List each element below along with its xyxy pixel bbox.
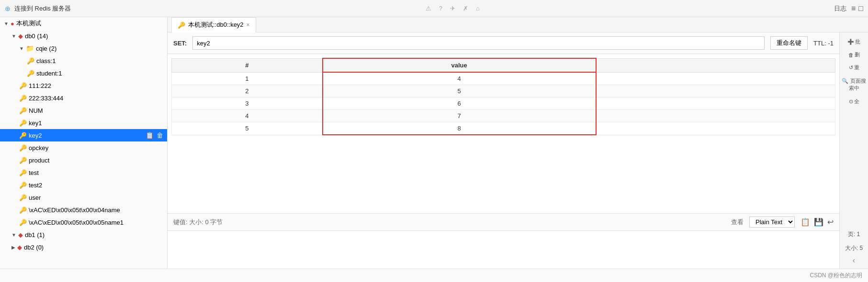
footer-icons: 📋 💾 ↩ bbox=[800, 217, 834, 227]
sidebar-item-label: key2 bbox=[29, 132, 142, 139]
sidebar-item-student1[interactable]: 🔑 student:1 bbox=[0, 67, 167, 79]
key-icon: 🔑 bbox=[19, 219, 27, 226]
sidebar-item-xac1[interactable]: 🔑 \xAC\xED\x00\x05t\x00\x04name bbox=[0, 204, 167, 216]
table-row[interactable]: 14 bbox=[172, 72, 835, 85]
col-header-index: # bbox=[172, 58, 323, 72]
sidebar-item-label: user bbox=[29, 194, 163, 201]
key-icon: 🔑 bbox=[19, 206, 27, 214]
sidebar-item-test2[interactable]: 🔑 test2 bbox=[0, 179, 167, 191]
key-icon: 🔑 bbox=[19, 95, 27, 102]
cell-index: 4 bbox=[172, 110, 323, 122]
data-table: # value 1425364758 bbox=[171, 58, 835, 135]
arrow-icon: ▶ bbox=[11, 245, 15, 250]
value-footer: 键值: 大小: 0 字节 查看 Plain Text 📋 💾 ↩ bbox=[168, 213, 839, 230]
value-editor[interactable] bbox=[168, 230, 839, 269]
collapse-arrow[interactable]: ‹ bbox=[853, 256, 855, 265]
sidebar-item-label: \xAC\xED\x00\x05t\x00\x04name bbox=[29, 206, 163, 214]
save-value-icon[interactable]: 💾 bbox=[814, 217, 823, 227]
tab-label: 本机测试::db0::key2 bbox=[188, 21, 244, 29]
sidebar-item-db0[interactable]: ▼ ◆ db0 (14) bbox=[0, 30, 167, 42]
connect-title: 连接到 Redis 服务器 bbox=[14, 4, 71, 13]
cell-index: 3 bbox=[172, 98, 323, 110]
sidebar-item-222333444[interactable]: 🔑 222:333:444 bbox=[0, 92, 167, 104]
refresh-label: 重 bbox=[854, 64, 859, 71]
cell-value: 5 bbox=[323, 85, 596, 98]
tab-key2[interactable]: 🔑 本机测试::db0::key2 × bbox=[171, 17, 256, 33]
cell-value: 6 bbox=[323, 98, 596, 110]
github-icon: ⌂ bbox=[476, 5, 480, 12]
right-sidebar-bottom: 页: 1 大小: 5 ‹ bbox=[845, 228, 863, 269]
arrow-icon: ▼ bbox=[11, 232, 16, 238]
db-icon: ◆ bbox=[18, 33, 23, 40]
refresh-button[interactable]: ↺ 重 bbox=[843, 62, 866, 73]
sidebar-item-db2[interactable]: ▶ ◆ db2 (0) bbox=[0, 241, 167, 253]
sidebar-item-111222[interactable]: 🔑 111:222 bbox=[0, 79, 167, 92]
db-icon: ◆ bbox=[18, 231, 23, 239]
key-header: SET: 重命名键 TTL: -1 bbox=[168, 33, 839, 54]
sidebar-item-key1[interactable]: 🔑 key1 bbox=[0, 117, 167, 129]
sidebar-item-label: test bbox=[29, 169, 163, 176]
delete-button[interactable]: 🗑 删 bbox=[843, 49, 866, 60]
sidebar-item-label: student:1 bbox=[36, 70, 163, 77]
server-db-icon: ● bbox=[11, 20, 14, 27]
sidebar-item-key2[interactable]: 🔑 key2 📋 🗑 bbox=[0, 129, 167, 141]
sidebar-item-db1[interactable]: ▼ ◆ db1 (1) bbox=[0, 228, 167, 241]
sidebar-item-num[interactable]: 🔑 NUM bbox=[0, 104, 167, 117]
key-icon: 🔑 bbox=[27, 70, 34, 77]
add-label: 批 bbox=[855, 38, 860, 45]
add-icon: ➕ bbox=[847, 39, 854, 45]
sidebar-item-test[interactable]: 🔑 test bbox=[0, 166, 167, 179]
item-actions: 📋 🗑 bbox=[146, 131, 163, 139]
format-select[interactable]: Plain Text bbox=[749, 217, 795, 228]
sidebar-item-local-test[interactable]: ▼ ● 本机测试 bbox=[0, 17, 167, 30]
content-area: 🔑 本机测试::db0::key2 × SET: 重命名键 TTL: -1 bbox=[168, 17, 868, 269]
expand-icon[interactable]: ↩ bbox=[827, 217, 834, 227]
col-header-extra bbox=[596, 58, 835, 72]
page-label: 页: 1 bbox=[848, 230, 860, 239]
sidebar-item-xac2[interactable]: 🔑 \xAC\xED\x00\x05t\x00\x05name1 bbox=[0, 216, 167, 228]
sidebar-item-cqie[interactable]: ▼ 📁 cqie (2) bbox=[0, 42, 167, 54]
sidebar-item-label: opckey bbox=[29, 144, 163, 152]
table-row[interactable]: 25 bbox=[172, 85, 835, 98]
tab-key-icon: 🔑 bbox=[178, 22, 185, 29]
connect-icon: ⊕ bbox=[5, 5, 11, 12]
credit-label: CSDN @粉色的志明 bbox=[810, 271, 862, 280]
tab-bar: 🔑 本机测试::db0::key2 × bbox=[168, 17, 868, 33]
add-batch-button[interactable]: ➕ 批 bbox=[843, 36, 866, 47]
sidebar-item-product[interactable]: 🔑 product bbox=[0, 154, 167, 166]
cell-extra bbox=[596, 72, 835, 85]
data-table-area: # value 1425364758 bbox=[168, 54, 839, 213]
all-button[interactable]: ⊙ 全 bbox=[843, 96, 866, 107]
cell-value: 8 bbox=[323, 122, 596, 135]
cell-extra bbox=[596, 85, 835, 98]
view-label: 查看 bbox=[731, 218, 744, 227]
key-input[interactable] bbox=[192, 36, 765, 50]
table-row[interactable]: 47 bbox=[172, 110, 835, 122]
table-row[interactable]: 36 bbox=[172, 98, 835, 110]
sidebar-item-label: class:1 bbox=[36, 57, 163, 65]
size-info: 大小: 5 bbox=[845, 242, 863, 254]
ttl-label: TTL: -1 bbox=[813, 40, 834, 47]
menu-icon[interactable]: ≡ bbox=[851, 4, 856, 13]
value-size-label: 键值: 大小: 0 字节 bbox=[173, 218, 223, 227]
sidebar-item-class1[interactable]: 🔑 class:1 bbox=[0, 54, 167, 67]
cell-extra bbox=[596, 110, 835, 122]
arrow-icon: ▼ bbox=[4, 21, 9, 26]
right-sidebar: ➕ 批 🗑 删 ↺ 重 🔍 页面搜索中 ⊙ bbox=[839, 33, 868, 269]
sidebar-item-opckey[interactable]: 🔑 opckey bbox=[0, 141, 167, 154]
content-body: SET: 重命名键 TTL: -1 # value bbox=[168, 33, 868, 269]
search-button[interactable]: 🔍 页面搜索中 bbox=[841, 75, 868, 94]
arrow-icon: ▼ bbox=[11, 33, 16, 39]
warning-icon: ⚠ bbox=[426, 5, 431, 12]
sidebar-item-user[interactable]: 🔑 user bbox=[0, 191, 167, 204]
rename-button[interactable]: 重命名键 bbox=[770, 36, 808, 50]
window-icon[interactable]: □ bbox=[858, 4, 863, 13]
main-layout: ▼ ● 本机测试 ▼ ◆ db0 (14) ▼ 📁 cqie (2) 🔑 cla… bbox=[0, 17, 868, 269]
delete-icon[interactable]: 🗑 bbox=[157, 131, 163, 139]
cell-index: 5 bbox=[172, 122, 323, 135]
table-row[interactable]: 58 bbox=[172, 122, 835, 135]
copy-value-icon[interactable]: 📋 bbox=[800, 217, 810, 227]
copy-icon[interactable]: 📋 bbox=[146, 131, 154, 139]
all-icon: ⊙ bbox=[849, 98, 853, 105]
tab-close-button[interactable]: × bbox=[247, 22, 250, 28]
